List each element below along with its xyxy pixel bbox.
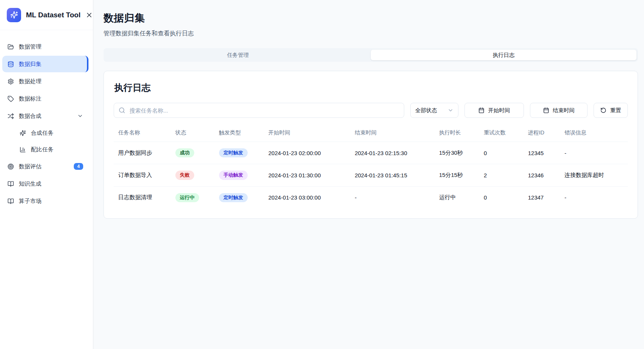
count-badge: 4	[74, 163, 83, 170]
sidebar-item-label: 数据处理	[19, 78, 83, 85]
sidebar-item-data-management[interactable]: 数据管理	[2, 38, 88, 55]
filter-bar: 全部状态 开始时间 结束时间 重置	[114, 103, 628, 118]
search-icon	[119, 107, 125, 114]
sidebar-item-knowledge-generation[interactable]: 知识生成	[2, 175, 88, 192]
tab-execution-log[interactable]: 执行日志	[371, 50, 636, 60]
status-badge: 失败	[175, 171, 194, 180]
execution-log-table: 任务名称状态触发类型开始时间结束时间执行时长重试次数进程ID错误信息 用户数据同…	[114, 126, 628, 209]
sidebar: ML Dataset Tool 数据管理数据归集数据处理数据标注数据合成合成任务…	[0, 0, 93, 349]
status-cell: 运行中	[172, 186, 216, 209]
end-time-cell: -	[352, 186, 436, 209]
status-filter-value: 全部状态	[415, 107, 437, 114]
chevron-down-icon	[77, 113, 83, 119]
retry-count-cell: 0	[481, 142, 525, 164]
duration-cell: 运行中	[436, 186, 481, 209]
trigger-cell: 定时触发	[216, 186, 265, 209]
start-time-cell: 2024-01-23 03:00:00	[265, 186, 352, 209]
column-header: 状态	[172, 126, 216, 142]
sidebar-header: ML Dataset Tool	[0, 0, 93, 30]
rotate-ccw-icon	[600, 107, 606, 113]
status-cell: 失败	[172, 164, 216, 186]
page-subtitle: 管理数据归集任务和查看执行日志	[104, 30, 638, 38]
sidebar-item-label: 数据管理	[19, 43, 83, 50]
sidebar-item-label: 数据标注	[19, 95, 83, 102]
sidebar-item-label: 知识生成	[19, 180, 83, 187]
error-message-cell: 连接数据库超时	[562, 164, 628, 186]
table-row: 订单数据导入失败手动触发2024-01-23 01:30:002024-01-2…	[114, 164, 628, 186]
column-header: 任务名称	[114, 126, 172, 142]
trigger-badge: 手动触发	[219, 171, 248, 180]
process-id-cell: 12346	[525, 164, 562, 186]
status-cell: 成功	[172, 142, 216, 164]
target-icon	[8, 163, 14, 170]
sidebar-item-data-evaluation[interactable]: 数据评估4	[2, 158, 88, 175]
column-header: 进程ID	[525, 126, 562, 142]
calendar-icon	[543, 107, 549, 113]
sidebar-item-synthesis-task[interactable]: 合成任务	[14, 125, 88, 141]
trigger-cell: 定时触发	[216, 142, 265, 164]
column-header: 开始时间	[265, 126, 352, 142]
sidebar-item-data-annotation[interactable]: 数据标注	[2, 90, 88, 107]
calendar-icon	[478, 107, 484, 113]
main-content: 数据归集 管理数据归集任务和查看执行日志 任务管理执行日志 执行日志 全部状态 …	[93, 0, 644, 349]
chevron-down-icon	[448, 107, 454, 113]
table-row: 日志数据清理运行中定时触发2024-01-23 03:00:00-运行中0123…	[114, 186, 628, 209]
process-id-cell: 12347	[525, 186, 562, 209]
app-logo	[7, 8, 21, 22]
start-time-button[interactable]: 开始时间	[464, 103, 524, 118]
end-time-cell: 2024-01-23 01:45:15	[352, 164, 436, 186]
sidebar-close-button[interactable]	[85, 11, 93, 19]
error-message-cell: -	[562, 186, 628, 209]
tab-bar: 任务管理执行日志	[104, 48, 638, 62]
start-time-cell: 2024-01-23 01:30:00	[265, 164, 352, 186]
task-name-cell: 订单数据导入	[114, 164, 172, 186]
sidebar-item-label: 配比任务	[31, 146, 83, 153]
table-header-row: 任务名称状态触发类型开始时间结束时间执行时长重试次数进程ID错误信息	[114, 126, 628, 142]
trigger-badge: 定时触发	[219, 193, 248, 202]
sidebar-item-label: 数据评估	[19, 163, 69, 170]
search-input[interactable]	[114, 103, 404, 118]
error-message-cell: -	[562, 142, 628, 164]
end-time-cell: 2024-01-23 02:15:30	[352, 142, 436, 164]
folder-open-icon	[8, 44, 14, 50]
sidebar-nav: 数据管理数据归集数据处理数据标注数据合成合成任务配比任务数据评估4知识生成算子市…	[0, 30, 93, 349]
start-time-label: 开始时间	[488, 107, 510, 114]
start-time-cell: 2024-01-23 02:00:00	[265, 142, 352, 164]
column-header: 执行时长	[436, 126, 481, 142]
status-filter-select[interactable]: 全部状态	[410, 103, 458, 118]
reset-button[interactable]: 重置	[594, 103, 628, 118]
execution-log-card: 执行日志 全部状态 开始时间 结束时间 重置	[104, 71, 638, 219]
sidebar-item-data-processing[interactable]: 数据处理	[2, 73, 88, 90]
sidebar-item-operator-market[interactable]: 算子市场	[2, 193, 88, 209]
column-header: 触发类型	[216, 126, 265, 142]
column-header: 错误信息	[562, 126, 628, 142]
app-title: ML Dataset Tool	[26, 11, 81, 19]
retry-count-cell: 2	[481, 164, 525, 186]
process-id-cell: 12345	[525, 142, 562, 164]
shuffle-icon	[8, 113, 14, 119]
sidebar-item-data-synthesis[interactable]: 数据合成	[2, 108, 88, 124]
table-body: 用户数据同步成功定时触发2024-01-23 02:00:002024-01-2…	[114, 142, 628, 209]
page-title: 数据归集	[104, 11, 638, 25]
retry-count-cell: 0	[481, 186, 525, 209]
sidebar-item-label: 数据合成	[19, 113, 72, 120]
card-title: 执行日志	[114, 82, 628, 94]
reset-label: 重置	[610, 107, 621, 114]
sidebar-item-data-collection[interactable]: 数据归集	[2, 56, 88, 72]
table-row: 用户数据同步成功定时触发2024-01-23 02:00:002024-01-2…	[114, 142, 628, 164]
sparkles-icon	[20, 130, 26, 136]
sidebar-item-label: 合成任务	[31, 130, 83, 137]
sidebar-item-ratio-task[interactable]: 配比任务	[14, 142, 88, 157]
search-box	[114, 103, 404, 118]
book-open-icon	[8, 181, 14, 187]
sidebar-item-label: 算子市场	[19, 198, 83, 205]
duration-cell: 15分30秒	[436, 142, 481, 164]
sparkles-icon	[10, 11, 18, 19]
end-time-button[interactable]: 结束时间	[530, 103, 588, 118]
duration-cell: 15分15秒	[436, 164, 481, 186]
tab-task-management[interactable]: 任务管理	[105, 50, 371, 60]
end-time-label: 结束时间	[553, 107, 575, 114]
book-open-icon	[8, 198, 14, 204]
x-icon	[85, 11, 93, 19]
task-name-cell: 用户数据同步	[114, 142, 172, 164]
